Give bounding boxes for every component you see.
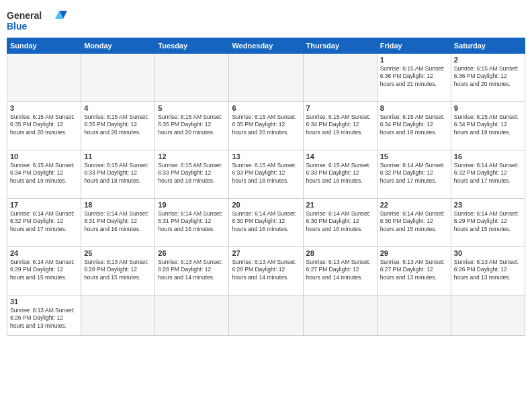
col-header-monday: Monday [81,38,155,54]
day-number: 22 [380,201,448,209]
day-info: Sunrise: 6:15 AM Sunset: 6:34 PM Dayligh… [380,113,448,136]
day-number: 5 [158,104,226,112]
page: General Blue SundayMondayTuesdayWednesda… [0,0,532,411]
day-info: Sunrise: 6:14 AM Sunset: 6:32 PM Dayligh… [380,162,448,185]
calendar-cell: 19Sunrise: 6:14 AM Sunset: 6:31 PM Dayli… [155,199,229,247]
day-number: 19 [158,201,226,209]
calendar-cell: 18Sunrise: 6:14 AM Sunset: 6:31 PM Dayli… [81,199,155,247]
calendar-cell: 16Sunrise: 6:14 AM Sunset: 6:32 PM Dayli… [451,150,525,199]
day-number: 11 [84,152,152,161]
calendar-cell [229,295,303,336]
calendar-week-row: 10Sunrise: 6:15 AM Sunset: 6:34 PM Dayli… [7,150,525,199]
calendar-cell: 30Sunrise: 6:13 AM Sunset: 6:26 PM Dayli… [451,247,525,295]
col-header-friday: Friday [377,38,451,54]
calendar-cell: 25Sunrise: 6:13 AM Sunset: 6:28 PM Dayli… [81,247,155,295]
day-number: 17 [10,201,78,209]
svg-text:Blue: Blue [7,21,28,32]
day-number: 4 [84,104,152,112]
day-number: 6 [232,104,300,112]
calendar-cell: 7Sunrise: 6:15 AM Sunset: 6:34 PM Daylig… [303,102,377,150]
day-number: 23 [454,201,522,209]
day-number: 30 [454,249,522,257]
calendar-cell: 21Sunrise: 6:14 AM Sunset: 6:30 PM Dayli… [303,199,377,247]
col-header-sunday: Sunday [7,38,81,54]
calendar-cell [81,54,155,102]
day-number: 18 [84,201,152,209]
day-number: 9 [454,104,522,112]
day-info: Sunrise: 6:15 AM Sunset: 6:36 PM Dayligh… [380,65,448,88]
header: General Blue [7,7,525,34]
day-info: Sunrise: 6:15 AM Sunset: 6:34 PM Dayligh… [306,113,374,136]
calendar-table: SundayMondayTuesdayWednesdayThursdayFrid… [7,38,525,336]
day-info: Sunrise: 6:15 AM Sunset: 6:33 PM Dayligh… [232,162,300,185]
day-number: 27 [232,249,300,257]
day-info: Sunrise: 6:15 AM Sunset: 6:35 PM Dayligh… [10,113,78,136]
day-info: Sunrise: 6:14 AM Sunset: 6:31 PM Dayligh… [84,210,152,233]
day-number: 29 [380,249,448,257]
calendar-cell: 10Sunrise: 6:15 AM Sunset: 6:34 PM Dayli… [7,150,81,199]
day-number: 12 [158,152,226,161]
calendar-cell [303,54,377,102]
day-info: Sunrise: 6:15 AM Sunset: 6:33 PM Dayligh… [306,162,374,185]
col-header-wednesday: Wednesday [229,38,303,54]
calendar-cell [377,295,451,336]
day-number: 26 [158,249,226,257]
calendar-cell: 12Sunrise: 6:15 AM Sunset: 6:33 PM Dayli… [155,150,229,199]
calendar-cell: 26Sunrise: 6:13 AM Sunset: 6:28 PM Dayli… [155,247,229,295]
calendar-cell: 1Sunrise: 6:15 AM Sunset: 6:36 PM Daylig… [377,54,451,102]
calendar-cell: 8Sunrise: 6:15 AM Sunset: 6:34 PM Daylig… [377,102,451,150]
day-info: Sunrise: 6:15 AM Sunset: 6:33 PM Dayligh… [84,162,152,185]
day-info: Sunrise: 6:14 AM Sunset: 6:29 PM Dayligh… [454,210,522,233]
day-info: Sunrise: 6:13 AM Sunset: 6:28 PM Dayligh… [158,259,226,281]
day-info: Sunrise: 6:14 AM Sunset: 6:32 PM Dayligh… [454,162,522,185]
calendar-week-row: 31Sunrise: 6:13 AM Sunset: 6:26 PM Dayli… [7,295,525,336]
calendar-cell: 20Sunrise: 6:14 AM Sunset: 6:30 PM Dayli… [229,199,303,247]
day-number: 21 [306,201,374,209]
day-number: 15 [380,152,448,161]
day-info: Sunrise: 6:14 AM Sunset: 6:30 PM Dayligh… [232,210,300,233]
calendar-week-row: 17Sunrise: 6:14 AM Sunset: 6:32 PM Dayli… [7,199,525,247]
day-info: Sunrise: 6:13 AM Sunset: 6:26 PM Dayligh… [454,259,522,281]
col-header-tuesday: Tuesday [155,38,229,54]
day-number: 3 [10,104,78,112]
day-number: 25 [84,249,152,257]
calendar-cell: 28Sunrise: 6:13 AM Sunset: 6:27 PM Dayli… [303,247,377,295]
calendar-cell [451,295,525,336]
day-number: 20 [232,201,300,209]
calendar-cell: 15Sunrise: 6:14 AM Sunset: 6:32 PM Dayli… [377,150,451,199]
calendar-cell: 11Sunrise: 6:15 AM Sunset: 6:33 PM Dayli… [81,150,155,199]
calendar-cell: 5Sunrise: 6:15 AM Sunset: 6:35 PM Daylig… [155,102,229,150]
day-info: Sunrise: 6:14 AM Sunset: 6:30 PM Dayligh… [380,210,448,233]
day-number: 28 [306,249,374,257]
day-number: 14 [306,152,374,161]
day-info: Sunrise: 6:13 AM Sunset: 6:27 PM Dayligh… [306,259,374,281]
day-info: Sunrise: 6:14 AM Sunset: 6:32 PM Dayligh… [10,210,78,233]
day-number: 31 [10,298,78,306]
day-info: Sunrise: 6:15 AM Sunset: 6:34 PM Dayligh… [10,162,78,185]
day-number: 1 [380,56,448,64]
calendar-cell: 6Sunrise: 6:15 AM Sunset: 6:35 PM Daylig… [229,102,303,150]
day-number: 8 [380,104,448,112]
day-number: 24 [10,249,78,257]
day-info: Sunrise: 6:15 AM Sunset: 6:33 PM Dayligh… [158,162,226,185]
calendar-cell: 31Sunrise: 6:13 AM Sunset: 6:26 PM Dayli… [7,295,81,336]
col-header-thursday: Thursday [303,38,377,54]
calendar-cell: 3Sunrise: 6:15 AM Sunset: 6:35 PM Daylig… [7,102,81,150]
calendar-cell: 4Sunrise: 6:15 AM Sunset: 6:35 PM Daylig… [81,102,155,150]
day-info: Sunrise: 6:13 AM Sunset: 6:27 PM Dayligh… [380,259,448,281]
calendar-cell: 24Sunrise: 6:14 AM Sunset: 6:29 PM Dayli… [7,247,81,295]
day-info: Sunrise: 6:15 AM Sunset: 6:35 PM Dayligh… [84,113,152,136]
calendar-cell: 14Sunrise: 6:15 AM Sunset: 6:33 PM Dayli… [303,150,377,199]
calendar-cell [303,295,377,336]
day-number: 10 [10,152,78,161]
day-info: Sunrise: 6:15 AM Sunset: 6:35 PM Dayligh… [158,113,226,136]
calendar-cell: 13Sunrise: 6:15 AM Sunset: 6:33 PM Dayli… [229,150,303,199]
calendar-cell [155,54,229,102]
day-number: 13 [232,152,300,161]
col-header-saturday: Saturday [451,38,525,54]
day-info: Sunrise: 6:13 AM Sunset: 6:26 PM Dayligh… [10,307,78,330]
calendar-cell [155,295,229,336]
calendar-cell: 22Sunrise: 6:14 AM Sunset: 6:30 PM Dayli… [377,199,451,247]
day-info: Sunrise: 6:14 AM Sunset: 6:29 PM Dayligh… [10,259,78,281]
calendar-week-row: 3Sunrise: 6:15 AM Sunset: 6:35 PM Daylig… [7,102,525,150]
